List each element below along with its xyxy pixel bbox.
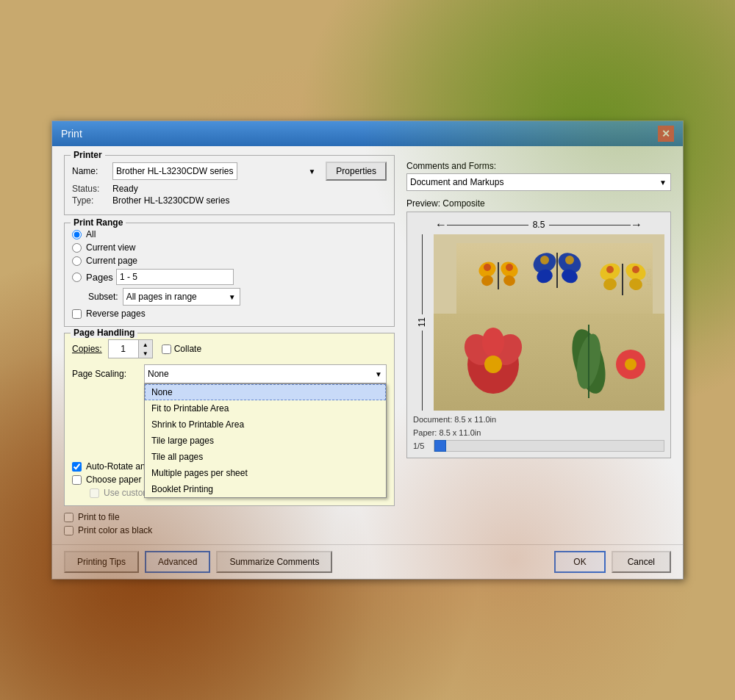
svg-point-6: [506, 264, 513, 271]
auto-rotate-checkbox[interactable]: [72, 462, 82, 472]
page-handling-section: Page Handling Copies: ▲ ▼ Collate: [64, 333, 395, 506]
use-custom-checkbox[interactable]: [90, 488, 99, 498]
printer-type-row: Type: Brother HL-L3230CDW series: [72, 195, 387, 206]
page-handling-title: Page Handling: [71, 328, 137, 338]
print-range-title: Print Range: [71, 217, 126, 228]
svg-point-20: [632, 266, 639, 273]
pages-radio[interactable]: [72, 273, 82, 282]
dropdown-item-tile-all[interactable]: Tile all pages: [145, 449, 386, 465]
page-scaling-dropdown[interactable]: None Fit to Printable Area Shrink to Pri…: [144, 383, 387, 498]
current-view-label: Current view: [86, 242, 135, 253]
preview-box: ← 8.5 → 11: [406, 212, 671, 458]
print-to-file-row: Print to file: [64, 512, 395, 522]
status-label: Status:: [72, 184, 112, 194]
comments-forms-select-wrapper: Document and Markups Document Form Field…: [406, 173, 671, 191]
copies-spinner: ▲ ▼: [108, 339, 153, 358]
subset-select[interactable]: All pages in range Odd pages only Even p…: [123, 288, 240, 306]
summarize-comments-button[interactable]: Summarize Comments: [216, 551, 332, 573]
cancel-button[interactable]: Cancel: [612, 551, 671, 573]
page-scaling-select-wrapper[interactable]: None Fit to Printable Area Shrink to Pri…: [144, 364, 387, 383]
dropdown-item-fit[interactable]: Fit to Printable Area: [145, 400, 386, 416]
svg-point-30: [625, 358, 637, 370]
copies-collate-row: Copies: ▲ ▼ Collate: [72, 339, 387, 358]
svg-point-13: [565, 256, 574, 264]
copies-up-button[interactable]: ▲: [139, 340, 152, 349]
page-slider[interactable]: [434, 440, 664, 452]
butterfly-2-icon: [531, 250, 583, 290]
flower-area: [434, 314, 664, 411]
dialog-footer: Printing Tips Advanced Summarize Comment…: [52, 544, 683, 579]
printer-name-select[interactable]: Brother HL-L3230CDW series Microsoft Pri…: [112, 162, 237, 180]
svg-point-12: [540, 256, 549, 264]
dropdown-item-multiple[interactable]: Multiple pages per sheet: [145, 465, 386, 481]
close-button[interactable]: ✕: [658, 126, 674, 142]
print-color-label: Print color as black: [78, 525, 152, 535]
dropdown-item-shrink[interactable]: Shrink to Printable Area: [145, 416, 386, 433]
status-value: Ready: [112, 184, 138, 194]
printer-status-row: Status: Ready: [72, 184, 387, 194]
current-view-radio-row: Current view: [72, 242, 387, 253]
print-to-file-label: Print to file: [78, 512, 120, 522]
width-ruler: 8.5: [533, 220, 545, 230]
reverse-pages-label: Reverse pages: [86, 308, 146, 319]
copies-label: Copies:: [72, 344, 102, 354]
height-ruler: 11: [417, 317, 427, 327]
print-to-file-checkbox[interactable]: [64, 513, 74, 522]
title-bar: Print ✕: [52, 121, 683, 146]
subset-select-wrapper: All pages in range Odd pages only Even p…: [123, 288, 240, 306]
page-scaling-select[interactable]: None Fit to Printable Area Shrink to Pri…: [144, 364, 387, 383]
page-indicator: 1/5: [413, 441, 428, 450]
printing-tips-button[interactable]: Printing Tips: [64, 551, 139, 573]
copies-input[interactable]: [109, 340, 138, 358]
document-info: Document: 8.5 x 11.0in: [413, 415, 664, 424]
flower-1-icon: [456, 328, 530, 401]
dropdown-item-none[interactable]: None: [145, 384, 386, 400]
current-view-radio[interactable]: [72, 243, 82, 253]
page-scaling-row: Page Scaling: None Fit to Printable Area…: [72, 364, 387, 383]
ok-button[interactable]: OK: [554, 551, 605, 573]
printer-name-select-wrapper: Brother HL-L3230CDW series Microsoft Pri…: [112, 162, 320, 180]
preview-title: Preview: Composite: [406, 198, 671, 209]
printer-name-label: Name:: [72, 166, 112, 176]
type-label: Type:: [72, 195, 112, 206]
printer-section: Printer Name: Brother HL-L3230CDW series…: [64, 155, 395, 215]
all-radio[interactable]: [72, 230, 82, 239]
comments-forms-label: Comments and Forms:: [406, 161, 671, 171]
page-scaling-label: Page Scaling:: [72, 369, 138, 379]
properties-button[interactable]: Properties: [326, 162, 387, 181]
dialog-body: Printer Name: Brother HL-L3230CDW series…: [52, 146, 683, 544]
reverse-pages-checkbox[interactable]: [72, 309, 82, 319]
footer-right-buttons: OK Cancel: [554, 551, 671, 573]
print-color-checkbox[interactable]: [64, 526, 74, 535]
subset-label: Subset:: [88, 292, 118, 302]
comments-forms-section: Comments and Forms: Document and Markups…: [406, 161, 671, 191]
preview-content: 11: [413, 234, 664, 411]
copies-down-button[interactable]: ▼: [139, 349, 152, 358]
butterfly-1-icon: [476, 259, 520, 292]
spin-buttons: ▲ ▼: [138, 340, 152, 358]
flower-2-icon: [609, 342, 653, 386]
preview-image: POST: [434, 234, 664, 411]
dropdown-item-booklet[interactable]: Booklet Printing: [145, 481, 386, 497]
printer-section-title: Printer: [71, 150, 105, 160]
right-panel: Comments and Forms: Document and Markups…: [406, 155, 671, 535]
printer-name-row: Name: Brother HL-L3230CDW series Microso…: [72, 162, 387, 181]
collate-checkbox[interactable]: [162, 344, 171, 354]
current-page-radio[interactable]: [72, 256, 82, 266]
subset-row: Subset: All pages in range Odd pages onl…: [72, 288, 387, 306]
collate-label: Collate: [174, 344, 201, 354]
pages-input[interactable]: [116, 269, 234, 285]
choose-paper-checkbox[interactable]: [72, 475, 82, 485]
current-page-label: Current page: [86, 256, 137, 266]
advanced-button[interactable]: Advanced: [145, 551, 210, 573]
butterfly-3-icon: [599, 261, 647, 297]
reverse-pages-row: Reverse pages: [72, 308, 387, 319]
type-value: Brother HL-L3230CDW series: [112, 195, 229, 206]
pages-label: Pages: [86, 272, 113, 283]
comments-forms-select[interactable]: Document and Markups Document Form Field…: [406, 173, 671, 191]
all-label: All: [86, 229, 96, 239]
footer-left-buttons: Printing Tips Advanced Summarize Comment…: [64, 551, 332, 573]
svg-point-5: [484, 264, 491, 271]
print-range-section: Print Range All Current view Current pag…: [64, 223, 395, 327]
dropdown-item-tile-large[interactable]: Tile large pages: [145, 433, 386, 449]
